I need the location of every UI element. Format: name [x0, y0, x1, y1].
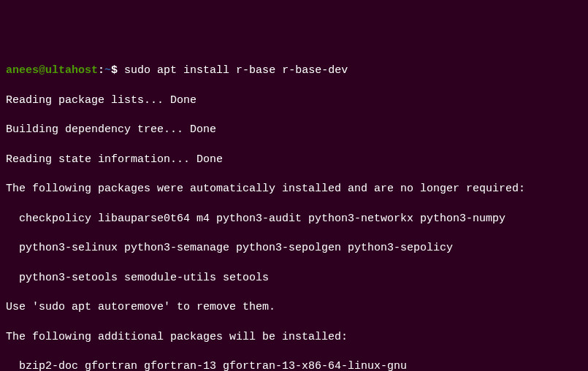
output-line: Reading package lists... Done [6, 93, 582, 108]
prompt-dollar: $ [111, 64, 124, 77]
output-line: python3-setools semodule-utils setools [6, 271, 582, 286]
prompt-user: anees [6, 64, 39, 77]
output-line: The following additional packages will b… [6, 330, 582, 345]
command-text: sudo apt install r-base r-base-dev [124, 64, 348, 77]
output-line: python3-selinux python3-semanage python3… [6, 241, 582, 256]
output-line: bzip2-doc gfortran gfortran-13 gfortran-… [6, 359, 582, 371]
output-line: The following packages were automaticall… [6, 182, 582, 196]
output-line: checkpolicy libauparse0t64 m4 python3-au… [6, 212, 582, 226]
output-line: Reading state information... Done [6, 153, 582, 167]
prompt-path: ~ [104, 64, 111, 77]
output-line: Use 'sudo apt autoremove' to remove them… [6, 300, 582, 315]
prompt-host: ultahost [45, 64, 98, 77]
prompt-at: @ [39, 64, 45, 77]
output-line: Building dependency tree... Done [6, 123, 582, 137]
prompt-colon: : [98, 64, 104, 77]
prompt-line[interactable]: anees@ultahost:~$ sudo apt install r-bas… [6, 64, 582, 78]
